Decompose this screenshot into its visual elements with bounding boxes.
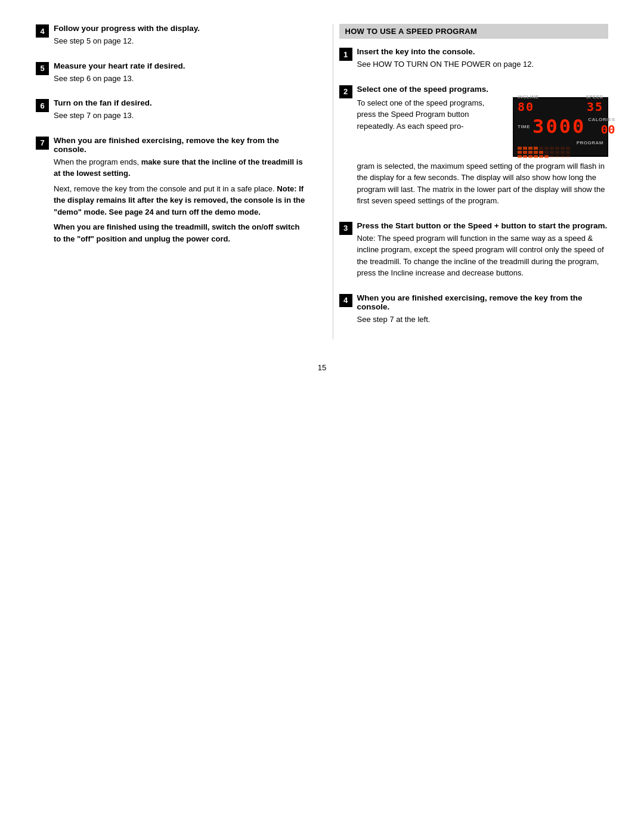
step-4-left-title: Follow your progress with the display. bbox=[54, 24, 305, 33]
step-num-3-right: 3 bbox=[339, 222, 352, 235]
step-7-left-content: When you are finished exercising, remove… bbox=[54, 136, 305, 251]
step-num-1-right: 1 bbox=[339, 48, 352, 61]
step-num-6-left: 6 bbox=[36, 99, 49, 112]
step-3-right-title: Press the Start button or the Speed + bu… bbox=[357, 221, 609, 230]
calories-label: CALORIES bbox=[588, 117, 615, 122]
step-5-left-title: Measure your heart rate if desired. bbox=[54, 61, 305, 70]
display-mid-row: TIME 3000 CALORIES 00 bbox=[518, 115, 603, 138]
dot bbox=[539, 151, 543, 154]
step-num-7-left: 7 bbox=[36, 137, 49, 150]
matrix-row-3 bbox=[518, 155, 603, 158]
step-4-right-content: When you are finished exercising, remove… bbox=[357, 293, 609, 332]
dot bbox=[518, 147, 522, 150]
step-num-5-left: 5 bbox=[36, 62, 49, 75]
dot bbox=[544, 147, 549, 150]
right-column: HOW TO USE A SPEED PROGRAM 1 Insert the … bbox=[333, 24, 609, 339]
time-section: TIME bbox=[518, 124, 530, 129]
dot bbox=[561, 155, 565, 158]
step-4-right-body: See step 7 at the left. bbox=[357, 314, 609, 326]
step-4-right: 4 When you are finished exercising, remo… bbox=[339, 293, 609, 332]
step-2-inline-text: To select one of the speed programs, pre… bbox=[357, 97, 503, 157]
step-5-left: 5 Measure your heart rate if desired. Se… bbox=[36, 61, 305, 91]
dot bbox=[555, 147, 559, 150]
step-6-left: 6 Turn on the fan if desired. See step 7… bbox=[36, 98, 305, 128]
dot bbox=[528, 151, 532, 154]
dot bbox=[555, 155, 559, 158]
incline-value: 80 bbox=[518, 100, 534, 114]
step-1-right-body: See HOW TO TURN ON THE POWER on page 12. bbox=[357, 58, 609, 70]
dot bbox=[539, 147, 543, 150]
step-2-inline-wrap: To select one of the speed programs, pre… bbox=[357, 97, 609, 157]
time-value: 3000 bbox=[532, 115, 586, 138]
dot bbox=[518, 151, 522, 154]
matrix-row-2 bbox=[518, 151, 603, 154]
program-label: PROGRAM bbox=[577, 140, 603, 145]
step-2-right-content: Select one of the speed programs. To sel… bbox=[357, 85, 609, 213]
dot bbox=[566, 155, 570, 158]
time-label: TIME bbox=[518, 124, 530, 129]
display-top-row: INCLINE 80 SPEED 35 bbox=[518, 94, 603, 114]
step-2-right-body: gram is selected, the maximum speed sett… bbox=[357, 160, 609, 207]
section-header: HOW TO USE A SPEED PROGRAM bbox=[339, 24, 609, 39]
step-5-left-content: Measure your heart rate if desired. See … bbox=[54, 61, 305, 91]
step-3-right-content: Press the Start button or the Speed + bu… bbox=[357, 221, 609, 285]
dot bbox=[550, 151, 554, 154]
dot bbox=[561, 151, 565, 154]
dot bbox=[550, 155, 554, 158]
incline-section: INCLINE 80 bbox=[518, 94, 539, 114]
dot bbox=[544, 155, 549, 158]
step-2-right: 2 Select one of the speed programs. To s… bbox=[339, 85, 609, 213]
step-5-left-body: See step 6 on page 13. bbox=[54, 73, 305, 85]
step-num-4-right: 4 bbox=[339, 294, 352, 307]
step-4-left-body: See step 5 on page 12. bbox=[54, 35, 305, 47]
dot bbox=[544, 151, 549, 154]
step-6-left-body: See step 7 on page 13. bbox=[54, 110, 305, 122]
calories-section: CALORIES 00 bbox=[588, 117, 615, 137]
step-7-left-title: When you are finished exercising, remove… bbox=[54, 136, 305, 154]
step-1-right-title: Insert the key into the console. bbox=[357, 47, 609, 56]
dot bbox=[518, 155, 522, 158]
dot bbox=[523, 155, 527, 158]
console-display: INCLINE 80 SPEED 35 TIME bbox=[513, 97, 608, 157]
dot bbox=[555, 151, 559, 154]
dot bbox=[528, 155, 532, 158]
incline-label: INCLINE bbox=[518, 94, 539, 100]
dot bbox=[550, 147, 554, 150]
dot bbox=[561, 147, 565, 150]
dot bbox=[523, 147, 527, 150]
left-column: 4 Follow your progress with the display.… bbox=[36, 24, 311, 339]
program-label-row: PROGRAM bbox=[518, 140, 603, 145]
step-6-left-title: Turn on the fan if desired. bbox=[54, 98, 305, 107]
calories-value: 00 bbox=[600, 122, 615, 137]
dot bbox=[566, 147, 570, 150]
step-4-left: 4 Follow your progress with the display.… bbox=[36, 24, 305, 53]
speed-value: 35 bbox=[587, 100, 603, 114]
dot bbox=[528, 147, 532, 150]
step-2-right-title: Select one of the speed programs. bbox=[357, 85, 609, 94]
dot bbox=[534, 147, 538, 150]
step-num-2-right: 2 bbox=[339, 85, 352, 98]
matrix-row-1 bbox=[518, 147, 603, 150]
dot bbox=[534, 151, 538, 154]
dot bbox=[566, 151, 570, 154]
dot bbox=[523, 151, 527, 154]
dot bbox=[534, 155, 538, 158]
step-1-right: 1 Insert the key into the console. See H… bbox=[339, 47, 609, 76]
step-4-left-content: Follow your progress with the display. S… bbox=[54, 24, 305, 53]
speed-section: SPEED 35 bbox=[586, 94, 603, 114]
matrix-section: PROGRAM bbox=[518, 140, 603, 159]
speed-label: SPEED bbox=[586, 94, 603, 100]
step-3-right: 3 Press the Start button or the Speed + … bbox=[339, 221, 609, 285]
step-1-right-content: Insert the key into the console. See HOW… bbox=[357, 47, 609, 76]
step-6-left-content: Turn on the fan if desired. See step 7 o… bbox=[54, 98, 305, 128]
page-number: 15 bbox=[36, 363, 608, 372]
step-4-right-title: When you are finished exercising, remove… bbox=[357, 293, 609, 311]
step-3-right-body: Note: The speed program will function in… bbox=[357, 233, 609, 279]
step-num-4-left: 4 bbox=[36, 24, 49, 38]
dot bbox=[539, 155, 543, 158]
step-7-left-body-1: When the program ends, make sure that th… bbox=[54, 156, 305, 245]
step-7-left: 7 When you are finished exercising, remo… bbox=[36, 136, 305, 251]
